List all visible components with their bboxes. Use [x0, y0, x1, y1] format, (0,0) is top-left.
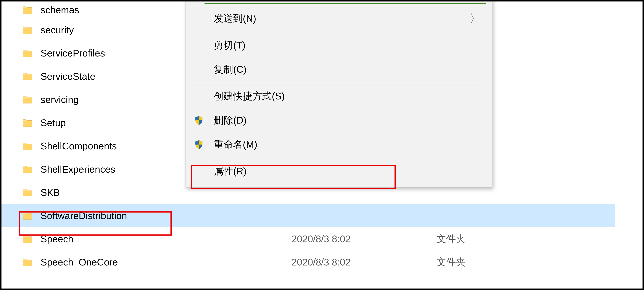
- context-menu: 发送到(N) 〉 剪切(T) 复制(C) 创建快捷方式(S) 删除(D): [186, 0, 492, 187]
- folder-icon: [22, 164, 33, 175]
- folder-icon: [22, 140, 33, 152]
- menu-separator: [192, 5, 486, 5]
- folder-icon: [22, 94, 33, 105]
- folder-icon: [22, 71, 33, 82]
- file-type: 文件夹: [436, 232, 511, 245]
- folder-icon: [22, 187, 33, 198]
- menu-item-properties[interactable]: 属性(R): [186, 159, 492, 183]
- file-name: Speech_OneCore: [40, 257, 292, 268]
- file-name: Speech: [40, 233, 292, 245]
- screenshot-frame: schemas security ServiceProfiles Service…: [0, 0, 644, 290]
- menu-item-cut[interactable]: 剪切(T): [186, 33, 492, 57]
- menu-label: 删除(D): [206, 114, 486, 127]
- folder-icon: [22, 4, 33, 15]
- folder-icon: [22, 24, 33, 35]
- menu-item-send-to[interactable]: 发送到(N) 〉: [186, 6, 492, 31]
- menu-label: 属性(R): [206, 165, 486, 178]
- file-name: SKB: [40, 187, 292, 198]
- menu-separator: [192, 158, 486, 158]
- menu-label: 剪切(T): [206, 39, 486, 52]
- file-date: 2020/8/3 8:02: [292, 257, 436, 268]
- menu-separator: [192, 32, 486, 32]
- folder-icon: [22, 47, 33, 59]
- folder-icon: [22, 257, 33, 268]
- menu-item-create-shortcut[interactable]: 创建快捷方式(S): [186, 84, 492, 108]
- file-row[interactable]: Speech 2020/8/3 8:02 文件夹: [2, 227, 615, 251]
- menu-item-delete[interactable]: 删除(D): [186, 108, 492, 132]
- uac-shield-icon: [192, 115, 206, 126]
- menu-separator: [192, 83, 486, 83]
- folder-icon: [22, 117, 33, 128]
- file-row-selected[interactable]: SoftwareDistribution: [2, 204, 615, 227]
- file-name: SoftwareDistribution: [40, 210, 292, 221]
- chevron-right-icon: 〉: [470, 11, 486, 26]
- file-row[interactable]: Speech_OneCore 2020/8/3 8:02 文件夹: [2, 251, 615, 274]
- file-type: 文件夹: [436, 256, 511, 269]
- menu-label: 创建快捷方式(S): [206, 90, 486, 103]
- menu-item-copy[interactable]: 复制(C): [186, 57, 492, 82]
- uac-shield-icon: [192, 139, 206, 150]
- folder-icon: [22, 210, 33, 221]
- menu-item-rename[interactable]: 重命名(M): [186, 132, 492, 157]
- menu-label: 复制(C): [206, 63, 486, 76]
- menu-clipped-top: [204, 1, 486, 4]
- file-date: 2020/8/3 8:02: [292, 233, 436, 245]
- folder-icon: [22, 233, 33, 245]
- menu-label: 重命名(M): [206, 138, 486, 151]
- menu-label: 发送到(N): [206, 12, 470, 25]
